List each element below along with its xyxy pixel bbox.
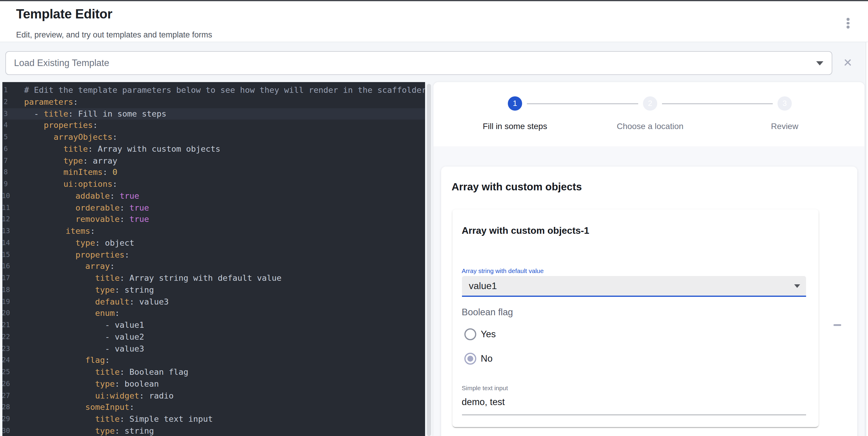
text-input-underline bbox=[462, 414, 806, 415]
line-number: 12 bbox=[2, 214, 10, 226]
code-line: 7 type: array bbox=[2, 155, 425, 167]
line-number: 26 bbox=[2, 378, 10, 390]
line-number: 23 bbox=[2, 343, 10, 355]
code-line: 27 ui:widget: radio bbox=[2, 390, 425, 402]
line-number: 16 bbox=[2, 261, 10, 273]
code-line: 23 - value3 bbox=[2, 343, 425, 355]
code-line: 18 type: string bbox=[2, 284, 425, 296]
code-line: 17 title: Array string with default valu… bbox=[2, 272, 425, 284]
minus-icon bbox=[834, 325, 841, 326]
page-header: Template Editor Edit, preview, and try o… bbox=[0, 1, 868, 42]
line-number: 1 bbox=[2, 85, 8, 96]
code-line: 14 type: object bbox=[2, 237, 425, 249]
line-number: 7 bbox=[2, 155, 8, 167]
code-line: 6 title: Array with custom objects bbox=[2, 143, 425, 155]
array-select-value: value1 bbox=[469, 276, 497, 296]
code-line: 28 someInput: bbox=[2, 402, 425, 414]
line-number: 14 bbox=[2, 237, 10, 249]
line-number: 27 bbox=[2, 390, 10, 402]
stepper: 1 Fill in some steps 2 Choose a location… bbox=[433, 82, 864, 146]
step-circle: 1 bbox=[508, 96, 522, 111]
window-top-strip bbox=[0, 0, 868, 1]
code-line: 21 - value1 bbox=[2, 320, 425, 331]
code-line: 10 addable: true bbox=[2, 190, 425, 202]
step-label: Choose a location bbox=[591, 121, 710, 131]
page-scrollbar[interactable] bbox=[865, 0, 868, 436]
code-line: 29 title: Simple text input bbox=[2, 413, 425, 425]
array-item-title: Array with custom objects-1 bbox=[462, 226, 589, 236]
line-number: 2 bbox=[2, 96, 8, 108]
code-line: 19 default: value3 bbox=[2, 296, 425, 308]
line-number: 25 bbox=[2, 366, 10, 378]
editor-scrollbar[interactable] bbox=[427, 84, 431, 436]
line-number: 13 bbox=[2, 226, 10, 237]
code-line: 22 - value2 bbox=[2, 331, 425, 343]
radio-option-yes[interactable]: Yes bbox=[464, 327, 496, 341]
text-input-field[interactable]: demo, test bbox=[462, 397, 505, 407]
line-number: 3 bbox=[2, 108, 8, 120]
code-line: 13 items: bbox=[2, 226, 425, 237]
text-input-label: Simple text input bbox=[462, 384, 508, 391]
form-section: Array with custom objects Array with cus… bbox=[433, 146, 864, 436]
page-title: Template Editor bbox=[16, 6, 112, 22]
code-line: 15 properties: bbox=[2, 249, 425, 261]
code-line: 11 orderable: true bbox=[2, 202, 425, 214]
array-item-card: Array with custom objects-1 Array string… bbox=[452, 209, 818, 427]
line-number: 24 bbox=[2, 355, 10, 367]
preview-panel: 1 Fill in some steps 2 Choose a location… bbox=[433, 82, 864, 436]
step-card: Array with custom objects Array with cus… bbox=[441, 166, 857, 436]
line-number: 21 bbox=[2, 320, 10, 331]
code-line: 3 - title: Fill in some steps bbox=[2, 108, 425, 120]
line-number: 20 bbox=[2, 308, 10, 320]
boolean-flag-label: Boolean flag bbox=[462, 307, 513, 317]
line-number: 17 bbox=[2, 272, 10, 284]
array-section-title: Array with custom objects bbox=[452, 180, 582, 193]
kebab-menu-icon[interactable] bbox=[839, 14, 856, 32]
remove-item-button[interactable] bbox=[827, 318, 847, 332]
code-line: 20 enum: bbox=[2, 308, 425, 320]
load-template-placeholder: Load Existing Template bbox=[14, 52, 109, 74]
step-label: Review bbox=[725, 121, 844, 131]
code-line: 30 type: string bbox=[2, 425, 425, 436]
line-number: 4 bbox=[2, 120, 8, 132]
code-line: 16 array: bbox=[2, 261, 425, 273]
line-number: 18 bbox=[2, 284, 10, 296]
stepper-step-1: 1 Fill in some steps bbox=[456, 96, 575, 131]
line-number: 30 bbox=[2, 425, 10, 436]
radio-option-no[interactable]: No bbox=[464, 351, 493, 366]
code-line: 24 flag: bbox=[2, 355, 425, 367]
code-line: 25 title: Boolean flag bbox=[2, 366, 425, 378]
caret-down-icon bbox=[816, 61, 823, 65]
line-number: 15 bbox=[2, 249, 10, 261]
line-number: 8 bbox=[2, 167, 8, 179]
line-number: 19 bbox=[2, 296, 10, 308]
code-line: 26 type: boolean bbox=[2, 378, 425, 390]
code-line: 1# Edit the template parameters below to… bbox=[2, 85, 425, 96]
code-editor[interactable]: 1# Edit the template parameters below to… bbox=[2, 82, 425, 436]
code-line: 4 properties: bbox=[2, 120, 425, 132]
template-editor-page: Template Editor Edit, preview, and try o… bbox=[0, 0, 868, 436]
radio-label: No bbox=[481, 353, 493, 364]
radio-label: Yes bbox=[481, 329, 496, 340]
array-select-field[interactable]: value1 bbox=[462, 276, 806, 297]
step-circle: 2 bbox=[643, 96, 657, 111]
code-line: 5 arrayObjects: bbox=[2, 131, 425, 143]
line-number: 10 bbox=[2, 190, 10, 202]
load-template-select[interactable]: Load Existing Template bbox=[5, 51, 832, 75]
stepper-step-2: 2 Choose a location bbox=[591, 96, 710, 131]
line-number: 6 bbox=[2, 143, 8, 155]
line-number: 5 bbox=[2, 131, 8, 143]
close-icon[interactable] bbox=[842, 57, 853, 68]
radio-unchecked-icon bbox=[464, 328, 476, 340]
line-number: 11 bbox=[2, 202, 10, 214]
stepper-step-3: 3 Review bbox=[725, 96, 844, 131]
radio-checked-icon bbox=[464, 353, 476, 365]
page-subtitle: Edit, preview, and try out templates and… bbox=[16, 30, 212, 39]
step-label: Fill in some steps bbox=[456, 121, 575, 131]
line-number: 22 bbox=[2, 331, 10, 343]
line-number: 28 bbox=[2, 402, 10, 414]
step-circle: 3 bbox=[777, 96, 792, 111]
line-number: 29 bbox=[2, 413, 10, 425]
array-select-label: Array string with default value bbox=[462, 267, 544, 274]
line-number: 9 bbox=[2, 178, 8, 190]
